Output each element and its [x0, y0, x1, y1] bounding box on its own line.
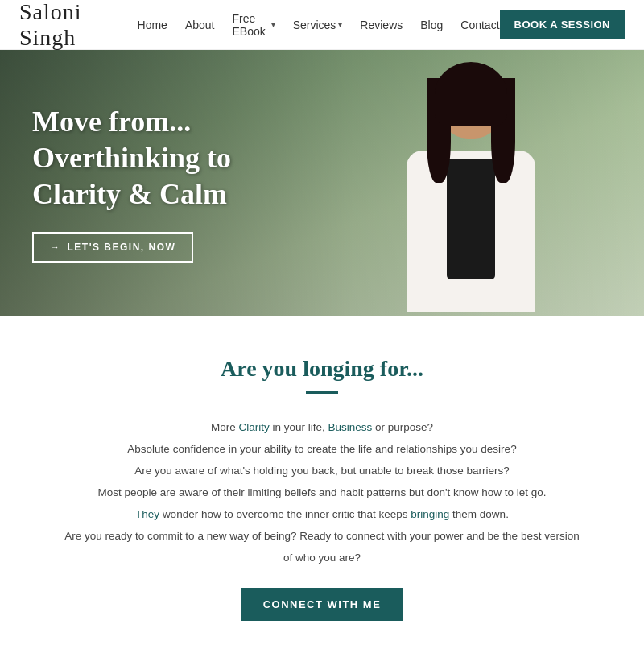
hero-section: Move from... Overthinking to Clarity & C…: [0, 50, 644, 316]
nav-link-about[interactable]: About: [185, 19, 215, 31]
person-shirt: [447, 159, 495, 279]
longing-line3: Are you aware of what's holding you back…: [64, 460, 580, 482]
hero-title-line3: Clarity & Calm: [32, 178, 227, 210]
longing-title: Are you longing for...: [64, 356, 580, 382]
nav-item-services[interactable]: Services ▾: [293, 19, 343, 31]
nav-item-blog[interactable]: Blog: [420, 18, 443, 32]
longing-line5-rest: wonder how to overcome the inner critic …: [163, 508, 411, 520]
nav-item-about[interactable]: About: [185, 18, 215, 32]
book-session-button[interactable]: BOOK A SESSION: [500, 10, 625, 39]
longing-line4: Most people are aware of their limiting …: [64, 482, 580, 503]
highlight-bringing: bringing: [411, 508, 449, 520]
brand-logo[interactable]: Saloni Singh: [19, 0, 138, 51]
hero-title-line2: Overthinking to: [32, 142, 231, 174]
longing-section: Are you longing for... More Clarity in y…: [0, 316, 644, 645]
nav-item-home[interactable]: Home: [138, 18, 167, 32]
person-hair-top: [435, 62, 507, 126]
nav-link-free-ebook[interactable]: Free EBook ▾: [233, 12, 275, 38]
nav-link-contact[interactable]: Contact: [460, 19, 499, 31]
longing-body: More Clarity in your life, Business or p…: [64, 416, 580, 569]
person-shape: [382, 66, 559, 316]
nav-links: Home About Free EBook ▾ Services ▾ Revie…: [138, 12, 500, 38]
highlight-business: Business: [328, 421, 372, 433]
longing-line2: Absolute confidence in your ability to c…: [64, 438, 580, 460]
hero-title: Move from... Overthinking to Clarity & C…: [32, 104, 231, 213]
nav-link-blog[interactable]: Blog: [420, 19, 443, 31]
hero-title-line1: Move from...: [32, 105, 191, 138]
longing-line1-rest: in your life,: [272, 421, 328, 433]
nav-item-contact[interactable]: Contact: [460, 18, 499, 32]
nav-link-reviews[interactable]: Reviews: [360, 19, 402, 31]
connect-button[interactable]: CONNECT WITH ME: [241, 588, 404, 621]
longing-line6: Are you ready to commit to a new way of …: [64, 525, 580, 569]
longing-line5-end: them down.: [452, 508, 509, 520]
nav-item-reviews[interactable]: Reviews: [360, 18, 402, 32]
section-divider: [306, 391, 338, 394]
nav-item-free-ebook[interactable]: Free EBook ▾: [233, 12, 275, 38]
hero-cta-button[interactable]: → LET'S BEGIN, NOW: [32, 232, 193, 263]
highlight-they: They: [135, 508, 159, 520]
navigation: Saloni Singh Home About Free EBook ▾ Ser…: [0, 0, 644, 50]
hero-person-image: [354, 50, 588, 316]
nav-link-home[interactable]: Home: [138, 19, 167, 31]
chevron-down-icon: ▾: [338, 20, 342, 29]
nav-link-services[interactable]: Services ▾: [293, 19, 343, 31]
chevron-down-icon: ▾: [271, 20, 275, 29]
longing-line1-end: or purpose?: [375, 421, 433, 433]
hero-content: Move from... Overthinking to Clarity & C…: [0, 104, 263, 263]
highlight-clarity: Clarity: [238, 421, 269, 433]
arrow-right-icon: →: [50, 242, 61, 253]
